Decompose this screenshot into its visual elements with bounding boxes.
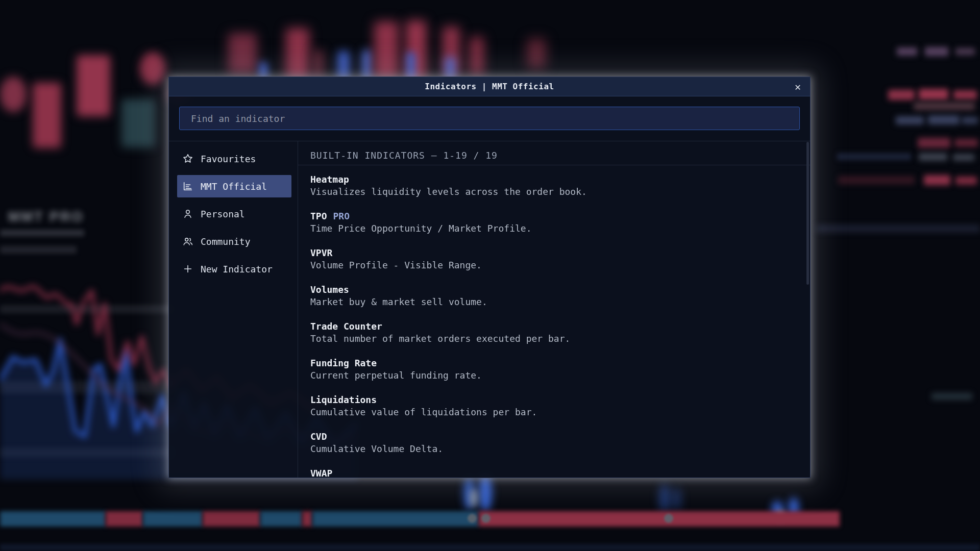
sidebar-item-new-indicator[interactable]: New Indicator bbox=[177, 258, 291, 280]
blurred-blob bbox=[470, 489, 478, 507]
indicator-title-line: Funding Rate bbox=[310, 357, 810, 369]
indicators-dialog: Indicators | MMT Official ✕ Favourites M… bbox=[168, 77, 811, 478]
indicator-title-line: Heatmap bbox=[310, 173, 810, 186]
indicator-description: Cumulative Volume Delta. bbox=[310, 443, 810, 455]
sidebar-item-mmt-official[interactable]: MMT Official bbox=[177, 175, 291, 197]
sidebar-item-label: MMT Official bbox=[201, 181, 267, 192]
sidebar-item-label: Community bbox=[201, 236, 251, 247]
blurred-text bbox=[914, 102, 975, 110]
sidebar-item-favourites[interactable]: Favourites bbox=[177, 147, 291, 170]
indicator-row[interactable]: TPOPRO Time Price Opportunity / Market P… bbox=[310, 210, 810, 235]
person-icon bbox=[182, 208, 193, 219]
blurred-text bbox=[924, 175, 950, 185]
indicator-row[interactable]: Volumes Market buy & market sell volume. bbox=[310, 284, 810, 308]
bottom-bar-segment bbox=[312, 511, 479, 527]
indicator-list: Heatmap Visualizes liquidity levels acro… bbox=[310, 173, 810, 478]
blurred-text bbox=[896, 116, 924, 124]
indicator-row[interactable]: Funding Rate Current perpetual funding r… bbox=[310, 357, 810, 382]
blurred-text bbox=[932, 393, 972, 400]
blurred-candle bbox=[313, 50, 323, 78]
blurred-text bbox=[925, 47, 948, 56]
blurred-candle bbox=[406, 20, 426, 79]
indicator-row[interactable]: CVD Cumulative Volume Delta. bbox=[310, 431, 810, 455]
blurred-blob bbox=[673, 487, 681, 510]
blurred-candle bbox=[374, 21, 399, 79]
blurred-candle bbox=[443, 27, 460, 75]
modal-titlebar: Indicators | MMT Official ✕ bbox=[169, 77, 810, 96]
bottom-bar-segment bbox=[203, 511, 260, 527]
blurred-candle bbox=[407, 52, 415, 79]
list-header: BUILT-IN INDICATORS — 1-19 / 19 bbox=[310, 149, 810, 162]
indicator-row[interactable]: Trade Counter Total number of market ord… bbox=[310, 320, 810, 345]
indicator-title-line: Volumes bbox=[310, 284, 810, 296]
indicator-row[interactable]: Liquidations Cumulative value of liquida… bbox=[310, 394, 810, 418]
watermark: MMT PRO bbox=[8, 209, 84, 225]
blurred-row bbox=[817, 224, 980, 233]
indicator-description: Cumulative value of liquidations per bar… bbox=[310, 406, 810, 418]
indicator-name: Volumes bbox=[310, 284, 349, 295]
modal-title: Indicators | MMT Official bbox=[425, 82, 554, 91]
people-icon bbox=[182, 236, 193, 247]
bottom-bar-segment bbox=[260, 511, 302, 527]
sidebar-item-label: Favourites bbox=[201, 154, 256, 164]
dialog-body: Favourites MMT Official Personal Communi… bbox=[169, 141, 810, 478]
bottom-bar-segment bbox=[302, 511, 312, 527]
indicator-description: Volume Profile - Visible Range. bbox=[310, 259, 810, 271]
blurred-candle bbox=[286, 28, 309, 79]
blurred-text bbox=[953, 90, 977, 99]
pro-badge: PRO bbox=[333, 211, 350, 221]
blurred-row bbox=[0, 305, 174, 313]
indicator-description: Total number of market orders executed p… bbox=[310, 333, 810, 345]
indicator-description: Time Price Opportunity / Market Profile. bbox=[310, 222, 810, 235]
blurred-blob bbox=[659, 484, 670, 512]
divider bbox=[298, 165, 810, 165]
blurred-text bbox=[837, 153, 911, 160]
close-icon[interactable]: ✕ bbox=[795, 82, 801, 92]
blurred-text bbox=[955, 177, 977, 185]
sidebar-item-personal[interactable]: Personal bbox=[177, 203, 291, 225]
bottom-bar-segment bbox=[143, 511, 203, 527]
blurred-row bbox=[0, 230, 84, 236]
indicator-title-line: Liquidations bbox=[310, 394, 810, 406]
search-input[interactable] bbox=[179, 107, 800, 130]
sidebar-item-label: New Indicator bbox=[201, 264, 273, 274]
indicator-title-line: TPOPRO bbox=[310, 210, 810, 222]
bottom-bar bbox=[0, 511, 980, 527]
bottom-bar-dot bbox=[481, 514, 491, 523]
blurred-row bbox=[0, 381, 174, 393]
indicator-row[interactable]: Heatmap Visualizes liquidity levels acro… bbox=[310, 173, 810, 198]
blurred-candle bbox=[0, 77, 27, 112]
sidebar-item-label: Personal bbox=[201, 209, 245, 219]
indicator-title-line: CVD bbox=[310, 431, 810, 443]
indicator-description: Visualizes liquidity levels across the o… bbox=[310, 186, 810, 198]
indicator-title-line: VWAP bbox=[310, 467, 810, 478]
blurred-text bbox=[918, 138, 950, 148]
blurred-candle bbox=[470, 37, 484, 75]
indicator-title-line: Trade Counter bbox=[310, 320, 810, 333]
blurred-candle bbox=[77, 55, 110, 116]
indicator-name: Heatmap bbox=[310, 174, 349, 185]
scrollbar-thumb[interactable] bbox=[806, 142, 809, 285]
plus-icon bbox=[182, 263, 193, 274]
indicator-row[interactable]: VWAP bbox=[310, 467, 810, 478]
search-bar bbox=[169, 96, 810, 141]
bottom-bar-dot bbox=[664, 514, 673, 523]
sidebar-nav: Favourites MMT Official Personal Communi… bbox=[169, 141, 298, 478]
indicator-name: Liquidations bbox=[310, 394, 377, 405]
indicator-name: VPVR bbox=[310, 247, 332, 258]
bottom-bar-segment bbox=[479, 511, 840, 527]
star-icon bbox=[182, 153, 193, 164]
blurred-candle bbox=[362, 50, 372, 79]
blurred-candle bbox=[527, 39, 546, 68]
blurred-text bbox=[897, 47, 917, 56]
blurred-row bbox=[0, 544, 980, 551]
blurred-blob bbox=[463, 477, 475, 510]
indicator-title-line: VPVR bbox=[310, 247, 810, 259]
indicator-name: Funding Rate bbox=[310, 358, 377, 368]
blurred-candle bbox=[228, 33, 257, 74]
blurred-text bbox=[838, 176, 915, 184]
bottom-bar-segment bbox=[106, 511, 143, 527]
indicator-row[interactable]: VPVR Volume Profile - Visible Range. bbox=[310, 247, 810, 271]
sidebar-item-community[interactable]: Community bbox=[177, 230, 291, 253]
blurred-text bbox=[962, 117, 978, 124]
